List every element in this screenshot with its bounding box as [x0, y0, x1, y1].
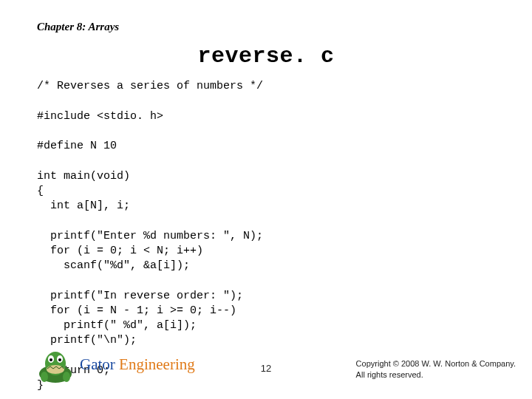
svg-point-7	[41, 372, 48, 382]
svg-point-8	[63, 372, 70, 382]
footer: Gator Engineering 12 Copyright © 2008 W.…	[0, 346, 532, 390]
svg-point-4	[50, 358, 52, 361]
brand-second: Engineering	[119, 355, 195, 373]
page-number: 12	[261, 363, 271, 374]
copyright-line2: All rights reserved.	[356, 369, 516, 380]
brand-first: Gator	[80, 355, 119, 373]
svg-point-6	[47, 365, 64, 374]
gator-logo-icon	[34, 344, 77, 386]
brand-text: Gator Engineering	[80, 355, 195, 374]
copyright: Copyright © 2008 W. W. Norton & Company.…	[356, 358, 516, 380]
chapter-text: Chapter 8: Arrays	[37, 21, 119, 33]
chapter-header: Chapter 8: Arrays	[0, 0, 532, 33]
svg-point-5	[58, 358, 61, 361]
slide-title: reverse. c	[0, 44, 532, 69]
copyright-line1: Copyright © 2008 W. W. Norton & Company.	[356, 358, 516, 369]
